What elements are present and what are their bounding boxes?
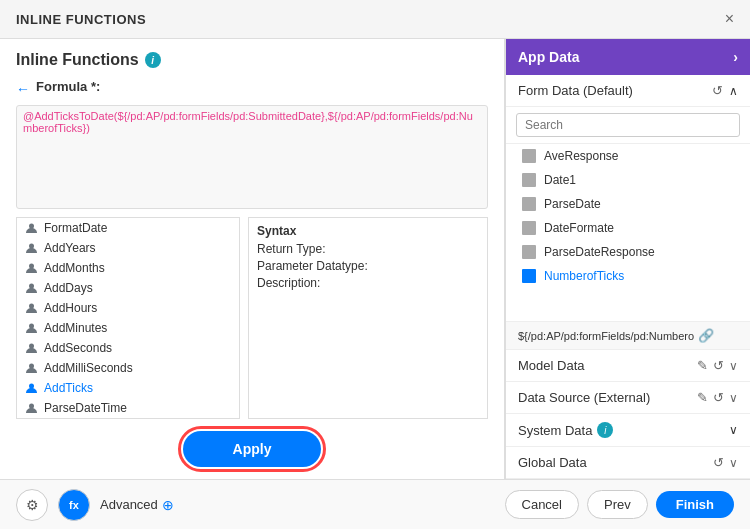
- list-item[interactable]: AddMilliSeconds: [17, 358, 239, 378]
- list-item[interactable]: AveResponse: [506, 144, 750, 168]
- info-icon[interactable]: i: [145, 52, 161, 68]
- advanced-label: Advanced: [100, 497, 158, 512]
- formula-value: @AddTicksToDate(${/pd:AP/pd:formFields/p…: [16, 105, 488, 209]
- item-icon: [522, 173, 536, 187]
- chevron-down-icon[interactable]: ∨: [729, 391, 738, 405]
- section-label: Data Source (External): [518, 390, 650, 405]
- func-icon: [25, 362, 38, 375]
- formula-row: ← Formula *:: [16, 79, 488, 97]
- gear-button[interactable]: ⚙: [16, 489, 48, 521]
- list-item[interactable]: AddSeconds: [17, 338, 239, 358]
- chevron-down-icon[interactable]: ∨: [729, 456, 738, 470]
- global-data-section[interactable]: Global Data ↺ ∨: [506, 447, 750, 479]
- func-name: AddHours: [44, 301, 97, 315]
- cancel-button[interactable]: Cancel: [505, 490, 579, 519]
- svg-point-8: [29, 383, 34, 388]
- search-row: [506, 107, 750, 144]
- item-icon: [522, 245, 536, 259]
- list-item[interactable]: AddHours: [17, 298, 239, 318]
- func-name: AddDays: [44, 281, 93, 295]
- footer-left: ⚙ fx Advanced ⊕: [16, 489, 174, 521]
- selected-value-row: ${/pd:AP/pd:formFields/pd:Numbero 🔗: [506, 321, 750, 350]
- svg-point-0: [29, 223, 34, 228]
- modal-title: INLINE FUNCTIONS: [16, 12, 146, 27]
- form-data-label: Form Data (Default): [518, 83, 633, 98]
- list-item[interactable]: ParseDateTime: [17, 398, 239, 418]
- refresh-icon[interactable]: ↺: [713, 455, 724, 470]
- chevron-down-icon[interactable]: ∨: [729, 359, 738, 373]
- advanced-link[interactable]: Advanced ⊕: [100, 497, 174, 513]
- apply-area: Apply: [16, 431, 488, 467]
- func-icon: [25, 302, 38, 315]
- chevron-down-icon[interactable]: ∨: [729, 423, 738, 437]
- item-name: NumberofTicks: [544, 269, 624, 283]
- info-icon[interactable]: i: [597, 422, 613, 438]
- func-name: AddMinutes: [44, 321, 107, 335]
- list-item[interactable]: AddMinutes: [17, 318, 239, 338]
- func-icon: [25, 282, 38, 295]
- description-label: Description:: [257, 276, 320, 290]
- item-name: DateFormate: [544, 221, 614, 235]
- list-item[interactable]: ParseDate: [506, 192, 750, 216]
- param-datatype-label: Parameter Datatype:: [257, 259, 368, 273]
- list-item[interactable]: AddTicks: [17, 378, 239, 398]
- svg-point-4: [29, 303, 34, 308]
- refresh-icon[interactable]: ↺: [713, 390, 724, 405]
- func-icon: [25, 382, 38, 395]
- app-data-arrow-icon: ›: [733, 49, 738, 65]
- search-input[interactable]: [516, 113, 740, 137]
- form-data-row: Form Data (Default) ↺ ∧: [506, 75, 750, 107]
- data-items-list: AveResponse Date1 ParseDate DateFormate …: [506, 144, 750, 321]
- app-data-label: App Data: [518, 49, 579, 65]
- item-icon: [522, 269, 536, 283]
- refresh-icon[interactable]: ↺: [712, 83, 723, 98]
- func-name: AddTicks: [44, 381, 93, 395]
- modal-header: INLINE FUNCTIONS ×: [0, 0, 750, 39]
- back-arrow-icon[interactable]: ←: [16, 81, 30, 97]
- refresh-icon[interactable]: ↺: [713, 358, 724, 373]
- fx-button[interactable]: fx: [58, 489, 90, 521]
- func-name: ParseDateTime: [44, 401, 127, 415]
- list-item[interactable]: DateFormate: [506, 216, 750, 240]
- func-icon: [25, 322, 38, 335]
- func-name: AddMilliSeconds: [44, 361, 133, 375]
- func-name: FormatDate: [44, 221, 107, 235]
- model-data-section[interactable]: Model Data ✎ ↺ ∨: [506, 350, 750, 382]
- prev-button[interactable]: Prev: [587, 490, 648, 519]
- svg-point-7: [29, 363, 34, 368]
- svg-point-1: [29, 243, 34, 248]
- list-item[interactable]: FormatDate: [17, 218, 239, 238]
- list-item[interactable]: AddYears: [17, 238, 239, 258]
- section-label: Global Data: [518, 455, 587, 470]
- selected-value-text: ${/pd:AP/pd:formFields/pd:Numbero: [518, 330, 694, 342]
- edit-icon[interactable]: ✎: [697, 390, 708, 405]
- svg-point-3: [29, 283, 34, 288]
- close-icon[interactable]: ×: [725, 10, 734, 28]
- system-data-section[interactable]: System Data i ∨: [506, 414, 750, 447]
- form-data-icons: ↺ ∧: [712, 83, 738, 98]
- list-item[interactable]: AddMonths: [17, 258, 239, 278]
- item-name: Date1: [544, 173, 576, 187]
- link-icon[interactable]: 🔗: [698, 328, 714, 343]
- func-icon: [25, 262, 38, 275]
- func-icon: [25, 402, 38, 415]
- description-row: Description:: [257, 276, 479, 290]
- list-item-active[interactable]: NumberofTicks: [506, 264, 750, 288]
- section-icons: ✎ ↺ ∨: [697, 358, 738, 373]
- list-item[interactable]: AddDays: [17, 278, 239, 298]
- chevron-up-icon[interactable]: ∧: [729, 84, 738, 98]
- svg-point-6: [29, 343, 34, 348]
- item-icon: [522, 149, 536, 163]
- list-item[interactable]: ParseDateResponse: [506, 240, 750, 264]
- apply-button[interactable]: Apply: [183, 431, 322, 467]
- func-icon: [25, 342, 38, 355]
- func-name: AddYears: [44, 241, 96, 255]
- footer-right: Cancel Prev Finish: [505, 490, 734, 519]
- list-item[interactable]: Date1: [506, 168, 750, 192]
- data-source-section[interactable]: Data Source (External) ✎ ↺ ∨: [506, 382, 750, 414]
- func-icon: [25, 242, 38, 255]
- finish-button[interactable]: Finish: [656, 491, 734, 518]
- edit-icon[interactable]: ✎: [697, 358, 708, 373]
- panel-title-text: Inline Functions: [16, 51, 139, 69]
- svg-point-9: [29, 403, 34, 408]
